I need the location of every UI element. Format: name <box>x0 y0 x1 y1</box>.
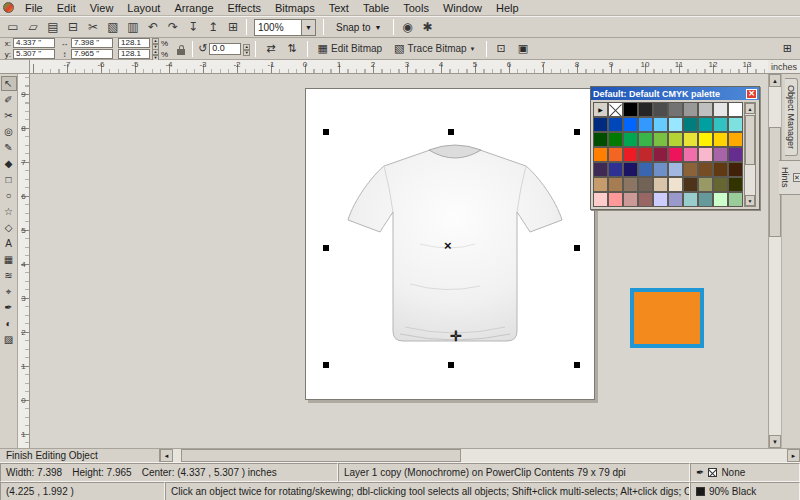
object-anchor-icon[interactable]: ✛ <box>450 328 462 344</box>
wrap-text-button[interactable]: ⊞ <box>778 40 797 58</box>
color-swatch[interactable] <box>638 162 653 177</box>
new-document-icon-button[interactable]: ▭ <box>3 18 23 36</box>
y-position-input[interactable]: 5.307 " <box>13 49 55 59</box>
color-swatch[interactable] <box>698 162 713 177</box>
zoom-level-combobox[interactable]: 100% ▼ <box>254 19 316 36</box>
color-swatch[interactable] <box>623 147 638 162</box>
color-swatch[interactable] <box>668 192 683 207</box>
color-swatch[interactable] <box>668 147 683 162</box>
color-swatch[interactable] <box>593 177 608 192</box>
palette-title-bar[interactable]: Default: Default CMYK palette ✕ <box>591 87 759 100</box>
scroll-up-icon[interactable]: ▲ <box>745 103 755 114</box>
color-swatch[interactable] <box>623 102 638 117</box>
menu-effects[interactable]: Effects <box>221 1 268 15</box>
resample-bitmap-button[interactable]: ⊡ <box>492 40 511 58</box>
color-swatch[interactable] <box>608 147 623 162</box>
close-icon[interactable]: ✕ <box>793 173 800 182</box>
color-swatch[interactable] <box>728 162 743 177</box>
edit-bitmap-button[interactable]: ▦ Edit Bitmap <box>313 40 388 58</box>
color-swatch[interactable] <box>593 132 608 147</box>
interactive-fill-tool[interactable]: ▨ <box>1 332 17 347</box>
color-swatch[interactable] <box>698 117 713 132</box>
mirror-vertical-button[interactable]: ⇅ <box>282 40 301 58</box>
menu-tools[interactable]: Tools <box>396 1 436 15</box>
color-swatch[interactable] <box>713 192 728 207</box>
color-swatch[interactable] <box>713 162 728 177</box>
menu-view[interactable]: View <box>83 1 121 15</box>
scale-vertical-input[interactable]: 128.1 <box>118 49 150 59</box>
color-swatch[interactable] <box>698 147 713 162</box>
scroll-down-icon[interactable]: ▼ <box>769 435 781 448</box>
color-swatch[interactable] <box>653 177 668 192</box>
scale-horizontal-input[interactable]: 128.1 <box>118 38 150 48</box>
trace-bitmap-button[interactable]: ▧ Trace Bitmap ▼ <box>389 40 480 58</box>
color-swatch[interactable] <box>593 162 608 177</box>
color-swatch[interactable] <box>698 192 713 207</box>
rectangle-tool[interactable]: □ <box>1 172 17 187</box>
rectangle-object[interactable] <box>630 288 704 348</box>
text-tool[interactable]: A <box>1 236 17 251</box>
color-swatch[interactable] <box>638 117 653 132</box>
copy-icon-button[interactable]: ▧ <box>103 18 123 36</box>
selection-handle[interactable] <box>574 362 580 368</box>
color-swatch[interactable] <box>623 177 638 192</box>
color-swatch[interactable] <box>683 177 698 192</box>
palette-scrollbar[interactable]: ▲ ▼ <box>744 102 756 207</box>
color-swatch[interactable] <box>683 102 698 117</box>
menu-bitmaps[interactable]: Bitmaps <box>268 1 322 15</box>
color-swatch[interactable] <box>653 117 668 132</box>
color-swatch[interactable] <box>668 177 683 192</box>
color-swatch[interactable] <box>653 102 668 117</box>
color-swatch[interactable] <box>683 162 698 177</box>
outline-pen-tool[interactable]: ✒ <box>1 300 17 315</box>
vertical-ruler[interactable]: 98765432101 <box>18 74 30 448</box>
eyedropper-tool[interactable]: ⌖ <box>1 284 17 299</box>
selection-handle[interactable] <box>448 362 454 368</box>
menu-window[interactable]: Window <box>436 1 489 15</box>
scroll-left-icon[interactable]: ◄ <box>160 449 173 462</box>
print-icon-button[interactable]: ⊟ <box>63 18 83 36</box>
color-swatch[interactable] <box>638 132 653 147</box>
scrollbar-thumb[interactable] <box>181 449 461 462</box>
no-color-swatch[interactable] <box>608 102 623 117</box>
horizontal-ruler[interactable]: -7-6-5-4-3-2-1012345678910111213 <box>30 60 768 74</box>
save-icon-button[interactable]: ▤ <box>43 18 63 36</box>
selection-handle[interactable] <box>574 245 580 251</box>
object-height-input[interactable]: 7.965 " <box>71 49 113 59</box>
color-swatch[interactable] <box>728 192 743 207</box>
open-icon-button[interactable]: ▱ <box>23 18 43 36</box>
menu-help[interactable]: Help <box>489 1 526 15</box>
color-swatch[interactable] <box>728 117 743 132</box>
smart-fill-tool[interactable]: ◆ <box>1 156 17 171</box>
color-swatch[interactable] <box>728 147 743 162</box>
color-swatch[interactable] <box>683 147 698 162</box>
fill-tool[interactable]: ◐ <box>1 316 17 331</box>
color-swatch[interactable] <box>728 132 743 147</box>
pick-tool[interactable]: ↖ <box>1 76 17 91</box>
color-swatch[interactable] <box>608 132 623 147</box>
paste-icon-button[interactable]: ▥ <box>123 18 143 36</box>
freehand-tool[interactable]: ✎ <box>1 140 17 155</box>
color-swatch[interactable] <box>608 117 623 132</box>
horizontal-scrollbar[interactable] <box>173 449 787 462</box>
options-icon-button[interactable]: ✱ <box>417 18 437 36</box>
color-swatch[interactable] <box>668 102 683 117</box>
color-swatch[interactable] <box>608 177 623 192</box>
polygon-tool[interactable]: ☆ <box>1 204 17 219</box>
chevron-down-icon[interactable]: ▼ <box>301 20 315 35</box>
color-swatch[interactable] <box>593 192 608 207</box>
zoom-tool[interactable]: ◎ <box>1 124 17 139</box>
undo-icon-button[interactable]: ↶ <box>143 18 163 36</box>
ruler-origin-corner[interactable] <box>0 60 30 74</box>
selection-center-marker[interactable]: × <box>444 238 452 253</box>
color-swatch[interactable] <box>653 162 668 177</box>
x-position-input[interactable]: 4.337 " <box>13 38 55 48</box>
color-swatch[interactable] <box>653 192 668 207</box>
color-swatch[interactable] <box>638 147 653 162</box>
color-swatch[interactable] <box>623 132 638 147</box>
scale-vertical-stepper[interactable]: ▲▼ <box>152 49 159 59</box>
tab-hints[interactable]: ✕ Hints <box>779 160 800 195</box>
redo-icon-button[interactable]: ↷ <box>163 18 183 36</box>
scroll-right-icon[interactable]: ► <box>787 449 800 462</box>
bitmap-mode-button[interactable]: ▣ <box>513 40 533 58</box>
